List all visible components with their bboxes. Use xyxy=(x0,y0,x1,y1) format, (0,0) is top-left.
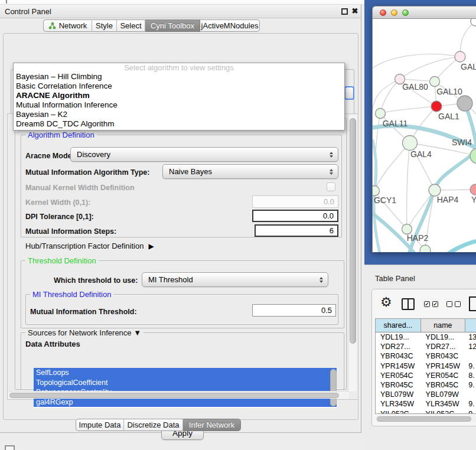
tab-cyni-toolbox[interactable]: Cyni Toolbox xyxy=(145,19,200,32)
dpi-tolerance-label: DPI Tolerance [0,1]: xyxy=(25,213,94,221)
network-node[interactable] xyxy=(403,136,418,151)
mi-threshold-field[interactable]: 0.5 xyxy=(252,304,336,317)
minimize-traffic-light-icon[interactable] xyxy=(391,9,397,16)
settings-vertical-scrollbar[interactable] xyxy=(348,115,357,392)
hub-definition-toggle[interactable]: Hub/Transcription Factor Definition▶ xyxy=(25,242,154,250)
network-window-titlebar[interactable] xyxy=(372,6,476,19)
table-header-row: shared...name xyxy=(376,319,476,332)
cyni-toolbox-panel: gal-filtered.sif default node Select alg… xyxy=(3,33,358,420)
deselect-all-columns-icon[interactable] xyxy=(446,301,461,307)
table-row[interactable]: YDL19...YDL19...13 xyxy=(376,332,476,342)
node-label: GAL1 xyxy=(438,112,459,121)
minimized-panel-icon[interactable] xyxy=(5,445,15,450)
zoom-traffic-light-icon[interactable] xyxy=(402,9,409,16)
network-edge[interactable] xyxy=(449,241,476,252)
table-row[interactable]: YIL052CYIL052C9 xyxy=(376,409,476,415)
algorithm-option[interactable]: ARACNE Algorithm xyxy=(14,91,344,100)
table-row[interactable]: YER054CYER054C8. xyxy=(376,371,476,380)
table-horizontal-scrollbar[interactable] xyxy=(376,416,476,422)
algorithm-option[interactable]: Bayesian – Hill Climbing xyxy=(14,72,344,81)
combo-stepper-icon xyxy=(330,152,333,158)
new-table-icon[interactable] xyxy=(469,296,476,311)
node-table[interactable]: shared...name YDL19...YDL19...13YDR27...… xyxy=(375,318,476,414)
dpi-tolerance-field[interactable]: 0.0 xyxy=(252,210,338,222)
algorithm-combo-fragment[interactable] xyxy=(344,86,354,100)
table-cell: YPR145W xyxy=(376,362,421,370)
algorithm-option[interactable]: Dream8 DC_TDC Algorithm xyxy=(14,119,344,129)
kernel-width-field[interactable]: 0.0 xyxy=(252,195,338,208)
close-panel-icon[interactable]: ✖ xyxy=(351,6,359,16)
table-row[interactable]: YBR043CYBR043C xyxy=(376,351,476,361)
algorithm-option[interactable]: Bayesian – K2 xyxy=(14,110,344,119)
table-cell: 12 xyxy=(465,343,476,351)
network-edge[interactable] xyxy=(374,143,410,191)
network-edge[interactable] xyxy=(380,106,436,113)
network-node[interactable] xyxy=(376,109,386,119)
table-row[interactable]: YDR27...YDR27...12 xyxy=(376,342,476,351)
table-cell: YBR043C xyxy=(421,352,466,360)
node-label: GAL xyxy=(461,62,476,71)
attribute-item[interactable]: TopologicalCoefficient xyxy=(34,378,337,388)
network-view-window[interactable]: GALGAL80GAL10GAL1GAL11GAL4SWI4GCY1HAP4YH… xyxy=(372,6,476,252)
network-node[interactable] xyxy=(470,184,476,195)
network-node[interactable] xyxy=(373,186,380,196)
table-cell: 9 xyxy=(465,410,476,414)
network-node[interactable] xyxy=(457,96,472,111)
settings-horizontal-scrollbar[interactable] xyxy=(8,391,349,399)
network-edge[interactable] xyxy=(407,143,410,229)
scrollbar-thumb[interactable] xyxy=(350,118,356,344)
network-edge[interactable] xyxy=(400,57,460,79)
tab-network[interactable]: Network xyxy=(43,19,92,32)
data-attributes-list[interactable]: SelfLoopsTopologicalCoefficientBetweenne… xyxy=(34,368,337,408)
collapsed-arrow-icon[interactable]: ▶ xyxy=(148,242,154,250)
group-title: Threshold Definition xyxy=(25,256,99,265)
tab-discretize-data[interactable]: Discretize Data xyxy=(124,419,183,431)
float-panel-icon[interactable] xyxy=(341,8,348,15)
network-edge[interactable] xyxy=(460,21,475,57)
table-row[interactable]: YBL079WYBL079W xyxy=(376,390,476,399)
tab-infer-network[interactable]: Infer Network xyxy=(183,419,241,431)
field-value: 0.0 xyxy=(324,197,334,206)
column-header[interactable]: shared... xyxy=(376,319,421,332)
network-node[interactable] xyxy=(431,101,442,112)
algorithm-dropdown-popup[interactable]: Select algorithm to view settings Bayesi… xyxy=(13,63,345,131)
network-canvas[interactable]: GALGAL80GAL10GAL1GAL11GAL4SWI4GCY1HAP4YH… xyxy=(372,19,476,252)
tab-style[interactable]: Style xyxy=(92,19,117,32)
group-title: Sources for Network Inference ▼ xyxy=(25,328,144,337)
tab-select[interactable]: Select xyxy=(117,19,145,32)
close-traffic-light-icon[interactable] xyxy=(380,9,386,16)
network-node[interactable] xyxy=(429,184,441,196)
table-row[interactable]: YBR045CYBR045C9. xyxy=(376,380,476,390)
algorithm-option[interactable]: Basic Correlation Inference xyxy=(14,81,344,91)
aracne-mode-combo[interactable]: Discovery xyxy=(70,147,338,162)
node-label: Y xyxy=(471,195,476,204)
mi-steps-label: Mutual Information Steps: xyxy=(25,227,116,236)
list-scrollbar-thumb[interactable] xyxy=(330,369,337,406)
network-graph[interactable]: GALGAL80GAL10GAL1GAL11GAL4SWI4GCY1HAP4YH… xyxy=(373,19,476,252)
table-row[interactable]: YPR145WYPR145W9. xyxy=(376,361,476,371)
tab-jactivemodules[interactable]: jActiveMNodules xyxy=(200,19,260,32)
scrollbar-thumb[interactable] xyxy=(377,416,471,422)
expanded-arrow-icon[interactable]: ▼ xyxy=(133,328,141,337)
mi-steps-field[interactable]: 6 xyxy=(255,224,338,237)
network-node[interactable] xyxy=(430,77,440,87)
tab-impute-data[interactable]: Impute Data xyxy=(76,419,124,431)
attribute-item[interactable]: SelfLoops xyxy=(34,368,337,378)
which-threshold-combo[interactable]: MI Threshold xyxy=(142,272,328,287)
network-node[interactable] xyxy=(420,245,431,252)
column-header[interactable] xyxy=(465,319,476,332)
split-columns-icon[interactable] xyxy=(402,298,415,310)
gear-icon[interactable]: ⚙ xyxy=(380,295,392,310)
mi-algorithm-type-combo[interactable]: Naive Bayes xyxy=(162,164,338,179)
column-header[interactable]: name xyxy=(421,319,466,332)
table-row[interactable]: YLR345WYLR345W9. xyxy=(376,399,476,409)
scrollbar-thumb[interactable] xyxy=(9,393,339,398)
table-cell: YDL19... xyxy=(376,333,421,341)
network-node[interactable] xyxy=(470,148,476,164)
manual-kernel-checkbox[interactable] xyxy=(327,182,335,191)
network-node[interactable] xyxy=(402,224,412,234)
network-node[interactable] xyxy=(455,51,465,62)
algorithm-option[interactable]: Mutual Information Inference xyxy=(14,100,344,110)
select-all-columns-icon[interactable]: ✓✓ xyxy=(424,301,438,307)
network-edge[interactable] xyxy=(373,54,460,68)
